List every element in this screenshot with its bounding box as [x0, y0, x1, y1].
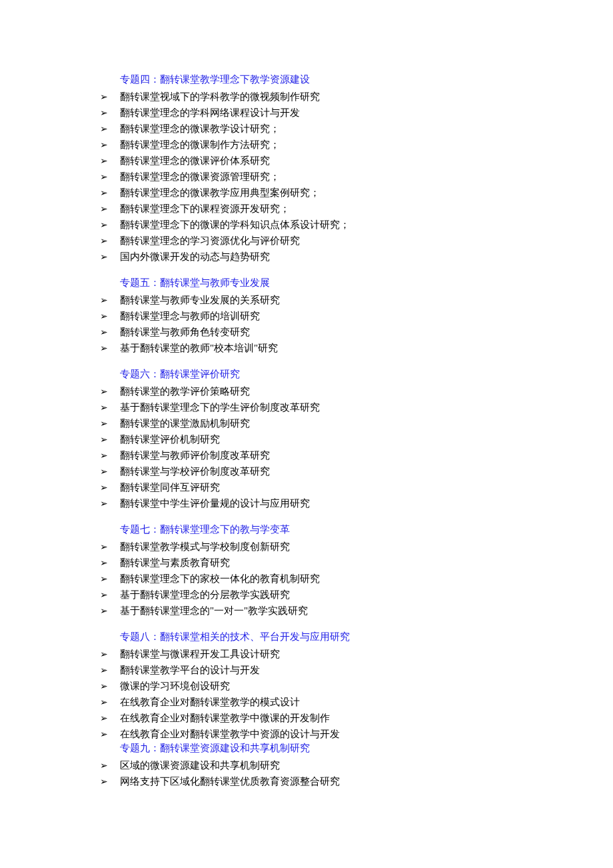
list-item: 翻转课堂理念的学科网络课程设计与开发 [100, 105, 533, 121]
list-item: 区域的微课资源建设和共享机制研究 [100, 757, 533, 773]
list-item: 翻转课堂同伴互评研究 [100, 479, 533, 495]
list-item: 翻转课堂与素质教育研究 [100, 555, 533, 571]
list-item: 翻转课堂的教学评价策略研究 [100, 383, 533, 399]
list-section-4: 翻转课堂视域下的学科教学的微视频制作研究 翻转课堂理念的学科网络课程设计与开发 … [100, 89, 533, 265]
section-title-7: 专题七：翻转课堂理念下的教与学变革 [120, 523, 533, 536]
list-item: 网络支持下区域化翻转课堂优质教育资源整合研究 [100, 773, 533, 789]
list-section-7: 翻转课堂教学模式与学校制度创新研究 翻转课堂与素质教育研究 翻转课堂理念下的家校… [100, 539, 533, 619]
list-section-5: 翻转课堂与教师专业发展的关系研究 翻转课堂理念与教师的培训研究 翻转课堂与教师角… [100, 292, 533, 356]
section-title-5: 专题五：翻转课堂与教师专业发展 [120, 277, 533, 289]
list-item: 翻转课堂理念的微课教学应用典型案例研究； [100, 185, 533, 201]
list-item: 翻转课堂与微课程开发工具设计研究 [100, 646, 533, 662]
list-item: 翻转课堂理念的微课资源管理研究； [100, 169, 533, 185]
list-item: 翻转课堂理念下的微课的学科知识点体系设计研究； [100, 217, 533, 233]
list-section-8: 翻转课堂与微课程开发工具设计研究 翻转课堂教学平台的设计与开发 微课的学习环境创… [100, 646, 533, 742]
list-item: 翻转课堂评价机制研究 [100, 431, 533, 447]
list-item: 翻转课堂理念下的课程资源开发研究； [100, 201, 533, 217]
list-item: 翻转课堂教学平台的设计与开发 [100, 662, 533, 678]
list-item: 在线教育企业对翻转课堂教学中微课的开发制作 [100, 710, 533, 726]
list-item: 翻转课堂理念的微课制作方法研究； [100, 137, 533, 153]
document-page: 专题四：翻转课堂教学理念下教学资源建设 翻转课堂视域下的学科教学的微视频制作研究… [0, 0, 613, 843]
list-item: 在线教育企业对翻转课堂教学中资源的设计与开发 [100, 726, 533, 742]
list-item: 翻转课堂与教师评价制度改革研究 [100, 447, 533, 463]
section-title-4: 专题四：翻转课堂教学理念下教学资源建设 [120, 73, 533, 86]
section-title-8: 专题八：翻转课堂相关的技术、平台开发与应用研究 [120, 631, 533, 643]
section-title-9: 专题九：翻转课堂资源建设和共享机制研究 [120, 742, 533, 755]
list-item: 基于翻转课堂理念下的学生评价制度改革研究 [100, 399, 533, 415]
list-item: 翻转课堂视域下的学科教学的微视频制作研究 [100, 89, 533, 105]
list-item: 在线教育企业对翻转课堂教学的模式设计 [100, 694, 533, 710]
list-item: 翻转课堂理念下的家校一体化的教育机制研究 [100, 571, 533, 587]
list-item: 翻转课堂理念与教师的培训研究 [100, 308, 533, 324]
list-item: 翻转课堂教学模式与学校制度创新研究 [100, 539, 533, 555]
list-item: 翻转课堂中学生评价量规的设计与应用研究 [100, 495, 533, 511]
list-item: 翻转课堂与教师专业发展的关系研究 [100, 292, 533, 308]
list-item: 翻转课堂的课堂激励机制研究 [100, 415, 533, 431]
section-title-6: 专题六：翻转课堂评价研究 [120, 368, 533, 381]
list-item: 翻转课堂理念的微课评价体系研究 [100, 153, 533, 169]
list-item: 翻转课堂与教师角色转变研究 [100, 324, 533, 340]
list-section-9: 区域的微课资源建设和共享机制研究 网络支持下区域化翻转课堂优质教育资源整合研究 [100, 757, 533, 789]
list-item: 微课的学习环境创设研究 [100, 678, 533, 694]
list-item: 国内外微课开发的动态与趋势研究 [100, 249, 533, 265]
list-item: 基于翻转课堂的教师"校本培训"研究 [100, 340, 533, 356]
list-item: 翻转课堂理念的微课教学设计研究； [100, 121, 533, 137]
list-section-6: 翻转课堂的教学评价策略研究 基于翻转课堂理念下的学生评价制度改革研究 翻转课堂的… [100, 383, 533, 511]
list-item: 基于翻转课堂理念的"一对一"教学实践研究 [100, 603, 533, 619]
list-item: 翻转课堂与学校评价制度改革研究 [100, 463, 533, 479]
list-item: 翻转课堂理念的学习资源优化与评价研究 [100, 233, 533, 249]
list-item: 基于翻转课堂理念的分层教学实践研究 [100, 587, 533, 603]
